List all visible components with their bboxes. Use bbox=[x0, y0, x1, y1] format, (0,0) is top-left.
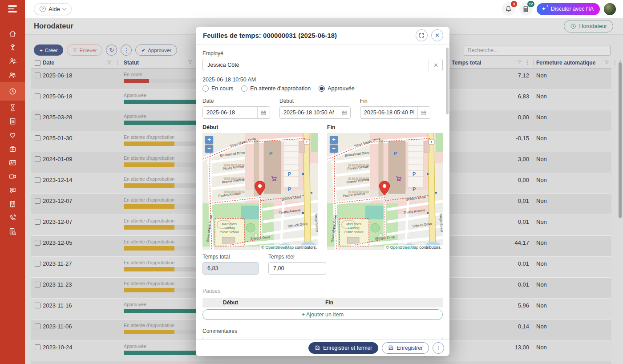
filter-icon[interactable] bbox=[188, 60, 193, 65]
modal-scrollbar[interactable] bbox=[446, 48, 449, 114]
table-row[interactable] bbox=[31, 361, 611, 364]
pauses-col-fin: Fin bbox=[325, 299, 333, 306]
toolbar-kebab-button[interactable]: ⋮ bbox=[121, 44, 132, 56]
menu-icon[interactable] bbox=[0, 0, 25, 18]
approve-label: Approuver bbox=[148, 48, 171, 53]
row-checkbox[interactable] bbox=[35, 344, 40, 350]
date-input[interactable] bbox=[203, 109, 257, 116]
sidebar-item-messages[interactable] bbox=[0, 183, 25, 197]
sidebar-item-time-clock[interactable] bbox=[0, 82, 25, 101]
map-fin[interactable]: + − PPP1Silver Maple DriveBrumstead Driv… bbox=[327, 133, 443, 250]
filter-icon[interactable] bbox=[107, 60, 112, 65]
status-radio-2[interactable]: Approuvée bbox=[319, 85, 354, 92]
cell-temps-total: 5,96 bbox=[452, 302, 529, 309]
row-checkbox[interactable] bbox=[35, 219, 40, 225]
row-checkbox[interactable] bbox=[35, 135, 40, 141]
chevron-down-icon bbox=[62, 6, 67, 11]
fin-input[interactable] bbox=[360, 109, 417, 116]
row-checkbox[interactable] bbox=[35, 261, 40, 267]
sidebar-item-health[interactable] bbox=[0, 142, 25, 156]
row-checkbox[interactable] bbox=[35, 303, 40, 308]
refresh-button[interactable]: ↻ bbox=[106, 44, 117, 56]
map-zoom-in-button[interactable]: + bbox=[330, 136, 338, 144]
sidebar-item-id-card[interactable] bbox=[0, 156, 25, 170]
divider bbox=[123, 60, 123, 65]
kebab-icon[interactable]: ⋮ bbox=[612, 60, 617, 65]
openstreetmap-link[interactable]: OpenStreetMap bbox=[265, 245, 294, 250]
sidebar-item-recognition[interactable] bbox=[0, 40, 25, 54]
row-checkbox[interactable] bbox=[35, 114, 40, 120]
kebab-icon[interactable]: ⋮ bbox=[115, 60, 120, 65]
debut-calendar-button[interactable] bbox=[338, 107, 350, 118]
row-checkbox[interactable] bbox=[35, 282, 40, 287]
kebab-icon[interactable]: ⋮ bbox=[525, 60, 530, 65]
employe-input[interactable] bbox=[202, 59, 443, 71]
row-checkbox[interactable] bbox=[35, 198, 40, 204]
row-checkbox[interactable] bbox=[35, 93, 40, 99]
fin-calendar-button[interactable] bbox=[417, 107, 430, 118]
pauses-table-header: Début Fin bbox=[202, 298, 443, 307]
map-zoom-in-button[interactable]: + bbox=[205, 136, 213, 144]
svg-text:P: P bbox=[269, 151, 272, 156]
sidebar bbox=[0, 0, 25, 364]
clear-employe-icon[interactable]: ✕ bbox=[429, 59, 443, 71]
svg-text:1: 1 bbox=[430, 140, 433, 144]
svg-text:P: P bbox=[394, 151, 397, 156]
avatar[interactable] bbox=[604, 3, 616, 15]
row-checkbox[interactable] bbox=[35, 73, 40, 78]
cell-date: 2023-11-06 bbox=[43, 323, 72, 330]
sidebar-item-forms[interactable] bbox=[0, 114, 25, 128]
status-radio-1[interactable]: En attente d'approbation bbox=[241, 85, 311, 92]
remove-button[interactable]: Enlever bbox=[67, 44, 102, 56]
sidebar-item-home[interactable] bbox=[0, 27, 25, 40]
select-all-checkbox[interactable] bbox=[35, 60, 40, 66]
save-button[interactable]: Enregistrer bbox=[382, 342, 429, 354]
date-calendar-button[interactable] bbox=[257, 107, 270, 118]
row-checkbox[interactable] bbox=[35, 156, 40, 162]
temps-reel-input[interactable] bbox=[268, 262, 326, 275]
row-checkbox[interactable] bbox=[35, 324, 40, 329]
debut-input[interactable] bbox=[280, 109, 338, 116]
add-item-button[interactable]: + Ajouter un item bbox=[202, 309, 443, 320]
wellness-icon bbox=[8, 131, 17, 139]
sidebar-item-calls[interactable] bbox=[0, 211, 25, 225]
map-zoom-out-button[interactable]: − bbox=[330, 145, 338, 153]
row-checkbox[interactable] bbox=[35, 177, 40, 183]
col-header-statut: Statut bbox=[124, 60, 139, 66]
cell-status: En attente d'approbation bbox=[124, 217, 196, 230]
svg-text:Landing: Landing bbox=[348, 226, 360, 230]
row-checkbox[interactable] bbox=[35, 240, 40, 246]
approve-button[interactable]: ✔ Approuver bbox=[135, 44, 177, 56]
sidebar-item-company[interactable] bbox=[0, 197, 25, 211]
help-button[interactable]: ? Aide bbox=[34, 3, 72, 15]
sidebar-item-reports[interactable] bbox=[0, 225, 25, 239]
sidebar-item-teams[interactable] bbox=[0, 68, 25, 82]
sidebar-item-time-bank[interactable] bbox=[0, 101, 25, 114]
calculator-button[interactable]: 12 bbox=[519, 2, 533, 16]
expand-button[interactable] bbox=[416, 29, 428, 41]
filter-icon[interactable] bbox=[517, 60, 522, 65]
close-button[interactable]: ✕ bbox=[431, 29, 443, 41]
page-scrollbar[interactable] bbox=[619, 62, 622, 218]
modal-kebab-button[interactable]: ⋮ bbox=[433, 342, 444, 354]
status-radio-0[interactable]: En cours bbox=[202, 85, 233, 92]
filter-icon[interactable] bbox=[604, 60, 609, 65]
modal-body: Employé ✕ 2025-06-18 10:50 AM En coursEn… bbox=[196, 45, 449, 339]
timesheet-modal: Feuilles de temps: 000000031 (2025-06-18… bbox=[196, 27, 449, 356]
map-zoom-out-button[interactable]: − bbox=[205, 145, 213, 153]
cell-temps-total: 6,83 bbox=[452, 93, 529, 100]
search-input[interactable] bbox=[464, 45, 611, 56]
horodateur-pill-button[interactable]: Horodateur bbox=[564, 20, 613, 32]
radio-icon bbox=[319, 85, 325, 92]
sidebar-item-employees[interactable] bbox=[0, 54, 25, 68]
openstreetmap-link[interactable]: OpenStreetMap bbox=[390, 245, 418, 250]
create-button[interactable]: + Créer bbox=[34, 44, 63, 56]
sidebar-item-video[interactable] bbox=[0, 170, 25, 183]
notifications-button[interactable]: 3 bbox=[502, 2, 515, 16]
map-debut[interactable]: + − PPP1Silver Maple DriveBrumstead Driv… bbox=[202, 133, 318, 250]
save-close-button[interactable]: Enregistrer et fermer bbox=[308, 342, 378, 354]
sidebar-item-wellness[interactable] bbox=[0, 128, 25, 142]
cell-status: En attente d'approbation bbox=[124, 154, 196, 167]
chat-ai-button[interactable]: ✦✦ Discuter avec l'IA bbox=[537, 3, 600, 15]
svg-text:P: P bbox=[288, 186, 291, 192]
